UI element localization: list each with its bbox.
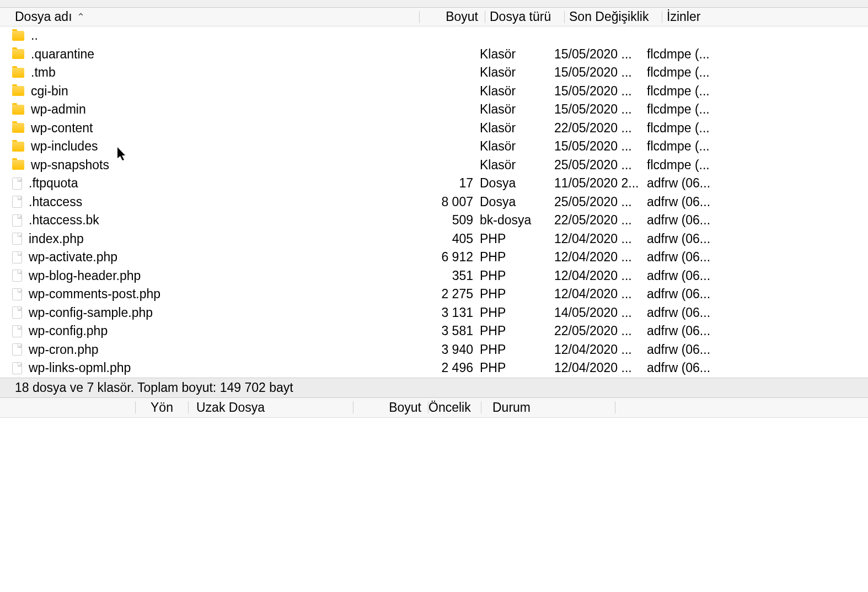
cell-size: 351 <box>419 268 480 283</box>
cell-modified: 25/05/2020 ... <box>554 158 647 173</box>
file-row[interactable]: .htaccess.bk509bk-dosya22/05/2020 ...adf… <box>0 211 868 230</box>
file-row[interactable]: .. <box>0 26 868 45</box>
folder-icon <box>12 123 24 133</box>
cell-type: Klasör <box>480 139 554 154</box>
cell-permissions: flcdmpe (... <box>647 139 868 154</box>
file-row[interactable]: .htaccess8 007Dosya25/05/2020 ...adfrw (… <box>0 193 868 212</box>
column-header-permissions[interactable]: İzinler <box>667 9 868 24</box>
cell-modified: 12/04/2020 ... <box>554 268 647 283</box>
column-separator[interactable] <box>662 11 662 23</box>
cell-name: wp-config.php <box>12 324 419 338</box>
queue-header-status-label: Durum <box>492 400 531 415</box>
cell-size: 17 <box>419 176 480 191</box>
queue-header-direction[interactable]: Yön <box>136 400 188 415</box>
column-header-type[interactable]: Dosya türü <box>490 9 564 24</box>
queue-header-size[interactable]: Boyut <box>353 400 428 415</box>
file-icon <box>12 306 22 319</box>
file-name-label: index.php <box>29 232 84 246</box>
file-name-label: .htaccess.bk <box>29 213 99 228</box>
column-header-permissions-label: İzinler <box>667 9 700 24</box>
cell-permissions: adfrw (06... <box>647 342 868 357</box>
cell-modified: 12/04/2020 ... <box>554 232 647 246</box>
cell-size: 2 275 <box>419 287 480 302</box>
file-row[interactable]: .tmbKlasör15/05/2020 ...flcdmpe (... <box>0 63 868 82</box>
cell-name: wp-content <box>12 121 419 136</box>
file-row[interactable]: wp-comments-post.php2 275PHP12/04/2020 .… <box>0 285 868 304</box>
cell-permissions: adfrw (06... <box>647 250 868 265</box>
cell-name: .ftpquota <box>12 176 419 191</box>
cell-size: 3 581 <box>419 324 480 338</box>
transfer-queue-panel: Yön Uzak Dosya Boyut Öncelik Durum <box>0 397 868 583</box>
cell-permissions: adfrw (06... <box>647 268 868 283</box>
file-row[interactable]: wp-snapshotsKlasör25/05/2020 ...flcdmpe … <box>0 156 868 175</box>
queue-header-remote[interactable]: Uzak Dosya <box>189 400 353 415</box>
cell-permissions: flcdmpe (... <box>647 102 868 117</box>
cell-type: Klasör <box>480 158 554 173</box>
file-row[interactable]: wp-cron.php3 940PHP12/04/2020 ...adfrw (… <box>0 341 868 359</box>
file-name-label: wp-snapshots <box>31 158 109 173</box>
file-row[interactable]: wp-contentKlasör22/05/2020 ...flcdmpe (.… <box>0 119 868 138</box>
sort-ascending-icon: ⌃ <box>77 11 85 23</box>
file-listing-panel: Dosya adı ⌃ Boyut Dosya türü Son Değişik… <box>0 8 868 397</box>
column-separator[interactable] <box>564 11 565 23</box>
file-name-label: wp-cron.php <box>29 342 99 357</box>
file-row[interactable]: wp-adminKlasör15/05/2020 ...flcdmpe (... <box>0 100 868 119</box>
queue-header-status[interactable]: Durum <box>481 400 615 415</box>
file-row[interactable]: wp-links-opml.php2 496PHP12/04/2020 ...a… <box>0 359 868 378</box>
cell-modified: 22/05/2020 ... <box>554 121 647 136</box>
cell-type: Klasör <box>480 102 554 117</box>
cell-name: wp-links-opml.php <box>12 360 419 375</box>
cell-type: Dosya <box>480 195 554 209</box>
file-icon <box>12 214 22 227</box>
file-row[interactable]: wp-activate.php6 912PHP12/04/2020 ...adf… <box>0 248 868 267</box>
file-icon <box>12 177 22 190</box>
cell-name: wp-config-sample.php <box>12 305 419 320</box>
cell-size: 405 <box>419 232 480 246</box>
column-header-modified[interactable]: Son Değişiklik <box>569 9 662 24</box>
cell-permissions: flcdmpe (... <box>647 121 868 136</box>
file-row[interactable]: .quarantineKlasör15/05/2020 ...flcdmpe (… <box>0 45 868 64</box>
file-row[interactable]: index.php405PHP12/04/2020 ...adfrw (06..… <box>0 230 868 249</box>
file-row[interactable]: wp-includesKlasör15/05/2020 ...flcdmpe (… <box>0 137 868 156</box>
queue-header-priority[interactable]: Öncelik <box>428 400 481 415</box>
queue-header-remote-label: Uzak Dosya <box>196 400 265 415</box>
cell-type: bk-dosya <box>480 213 554 228</box>
file-name-label: wp-activate.php <box>29 250 117 265</box>
column-separator[interactable] <box>485 11 485 23</box>
file-icon <box>12 196 22 208</box>
column-separator[interactable] <box>615 401 615 413</box>
cell-size: 6 912 <box>419 250 480 265</box>
file-row[interactable]: wp-blog-header.php351PHP12/04/2020 ...ad… <box>0 267 868 286</box>
cell-permissions: flcdmpe (... <box>647 158 868 173</box>
file-name-label: wp-config-sample.php <box>29 305 153 320</box>
cell-type: PHP <box>480 324 554 338</box>
cell-type: PHP <box>480 250 554 265</box>
cell-type: Dosya <box>480 176 554 191</box>
status-bar: 18 dosya ve 7 klasör. Toplam boyut: 149 … <box>0 378 868 397</box>
file-name-label: .htaccess <box>29 195 82 209</box>
cell-modified: 12/04/2020 ... <box>554 250 647 265</box>
cell-modified: 12/04/2020 ... <box>554 342 647 357</box>
file-name-label: .. <box>31 28 38 43</box>
cell-permissions: adfrw (06... <box>647 195 868 209</box>
folder-icon <box>12 105 24 115</box>
cell-permissions: adfrw (06... <box>647 287 868 302</box>
queue-body[interactable] <box>0 418 868 583</box>
file-row[interactable]: cgi-binKlasör15/05/2020 ...flcdmpe (... <box>0 82 868 101</box>
file-row[interactable]: wp-config-sample.php3 131PHP14/05/2020 .… <box>0 304 868 322</box>
file-icon <box>12 233 22 245</box>
column-header-size[interactable]: Boyut <box>424 9 485 24</box>
file-icon <box>12 251 22 263</box>
column-separator[interactable] <box>419 11 420 23</box>
cell-name: .htaccess.bk <box>12 213 419 228</box>
queue-headers-row: Yön Uzak Dosya Boyut Öncelik Durum <box>0 398 868 418</box>
file-row[interactable]: .ftpquota17Dosya11/05/2020 2...adfrw (06… <box>0 174 868 193</box>
cell-name: .quarantine <box>12 47 419 62</box>
file-icon <box>12 270 22 282</box>
file-row[interactable]: wp-config.php3 581PHP22/05/2020 ...adfrw… <box>0 322 868 341</box>
queue-header-size-label: Boyut <box>389 400 421 415</box>
file-icon <box>12 288 22 300</box>
cell-name: wp-cron.php <box>12 342 419 357</box>
cell-type: Klasör <box>480 84 554 99</box>
column-header-name[interactable]: Dosya adı ⌃ <box>15 9 419 24</box>
